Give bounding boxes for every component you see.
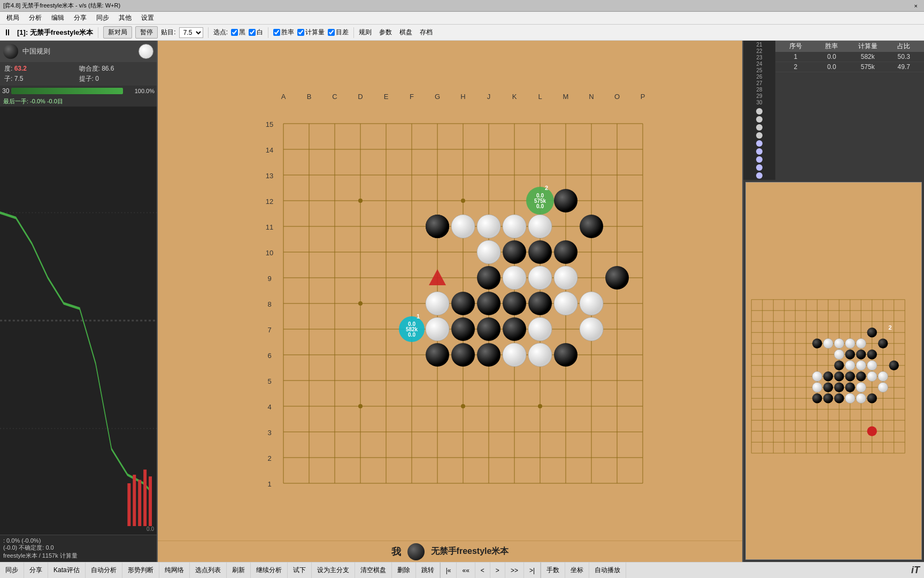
- nav-prev10[interactable]: ««: [457, 562, 475, 578]
- scroll-dot-1[interactable]: [756, 108, 763, 115]
- menu-analysis[interactable]: 分析: [25, 12, 46, 24]
- go-board[interactable]: A B C D E F G H J K L M N O P 15 14 13 1…: [247, 87, 653, 494]
- svg-point-147: [823, 371, 833, 381]
- move-count-button[interactable]: 手数: [541, 562, 565, 578]
- scroll-dot-9[interactable]: [756, 172, 763, 179]
- winrate-check[interactable]: 胜率: [273, 28, 294, 37]
- svg-point-64: [451, 343, 475, 367]
- menu-edit[interactable]: 编辑: [47, 12, 68, 24]
- nav-next10[interactable]: >>: [505, 562, 524, 578]
- komi-select[interactable]: 7.5: [179, 27, 203, 38]
- player-bottom-row: 我 无禁手freestyle米本: [158, 541, 742, 562]
- pause-button[interactable]: 暂停: [135, 26, 158, 39]
- svg-point-79: [426, 317, 449, 341]
- new-game-button[interactable]: 新对局: [103, 26, 132, 39]
- sync-button[interactable]: 同步: [0, 562, 24, 578]
- clear-board-button[interactable]: 清空棋盘: [355, 562, 392, 578]
- me-label: 我: [391, 545, 401, 558]
- scroll-dot-6[interactable]: [756, 148, 763, 155]
- ratio-2: 49.7: [886, 63, 922, 71]
- menu-other[interactable]: 其他: [114, 12, 136, 24]
- svg-point-78: [580, 292, 603, 315]
- svg-point-47: [461, 404, 465, 408]
- menu-share[interactable]: 分享: [70, 12, 91, 24]
- nav-next[interactable]: >: [490, 562, 505, 578]
- shape-button[interactable]: 形势判断: [122, 562, 159, 578]
- captures-val: 0: [95, 75, 99, 82]
- scroll-dot-7[interactable]: [756, 156, 763, 163]
- svg-point-58: [503, 292, 526, 315]
- scroll-dot-4[interactable]: [756, 132, 763, 139]
- scroll-dot-5[interactable]: [756, 140, 763, 147]
- refresh-button[interactable]: 刷新: [227, 562, 251, 578]
- svg-point-148: [834, 371, 844, 381]
- svg-point-80: [528, 317, 552, 341]
- menu-settings[interactable]: 设置: [137, 12, 158, 24]
- pause-icon[interactable]: ⏸: [3, 28, 12, 37]
- svg-point-173: [856, 393, 866, 403]
- svg-point-66: [554, 343, 578, 367]
- left-panel: 中国规则 度: 63.2 吻合度: 86.6 子: 7.5 提子: 0 30 1…: [0, 41, 158, 562]
- svg-point-54: [477, 266, 500, 290]
- score-check[interactable]: 目差: [328, 28, 349, 37]
- row-3: 3: [267, 429, 271, 437]
- col-A: A: [281, 93, 286, 101]
- last-move-status: 最后一手: -0.0% -0.0目: [0, 96, 157, 107]
- score-row-2[interactable]: 2 0.0 575k 49.7: [775, 62, 924, 72]
- header-seq: 序号: [777, 42, 814, 51]
- nav-prev[interactable]: <: [475, 562, 490, 578]
- titlebar-title: [弈4.8] 无禁手freestyle米本 - v/s (结果: W+R): [3, 2, 120, 10]
- progress-bar-container: 30 100.0%: [0, 86, 157, 96]
- menu-game[interactable]: 棋局: [2, 12, 24, 24]
- scroll-dot-8[interactable]: [756, 164, 763, 171]
- scroll-panel: 21 22 23 24 25 26 27 28 29 30: [743, 41, 775, 180]
- calc-check[interactable]: 计算量: [297, 28, 325, 37]
- white-check[interactable]: 白: [249, 28, 263, 37]
- row-15: 15: [265, 120, 273, 128]
- nav-first[interactable]: |«: [441, 562, 457, 578]
- svg-point-70: [503, 215, 526, 238]
- svg-rect-6: [143, 469, 147, 526]
- svg-point-62: [503, 317, 526, 341]
- coords-button[interactable]: 坐标: [565, 562, 589, 578]
- share-button[interactable]: 分享: [24, 562, 48, 578]
- nav-last[interactable]: >|: [524, 562, 541, 578]
- col-M: M: [563, 93, 568, 101]
- svg-point-165: [856, 361, 866, 370]
- black-check[interactable]: 黑: [231, 28, 245, 37]
- svg-point-171: [856, 383, 866, 392]
- delete-button[interactable]: 删除: [392, 562, 416, 578]
- svg-point-73: [503, 266, 526, 290]
- row-7: 7: [267, 326, 271, 334]
- titlebar-close[interactable]: ×: [911, 3, 921, 9]
- scroll-dot-2[interactable]: [756, 116, 763, 123]
- svg-point-146: [867, 349, 877, 359]
- svg-point-151: [823, 383, 833, 392]
- player-info: 中国规则: [0, 41, 157, 62]
- scroll-label: 21: [756, 42, 762, 48]
- svg-point-75: [554, 266, 578, 290]
- row-6: 6: [267, 352, 271, 360]
- select-list-button[interactable]: 选点列表: [190, 562, 227, 578]
- white-stone-indicator: [138, 44, 153, 59]
- svg-point-61: [477, 317, 500, 341]
- svg-point-162: [856, 339, 866, 348]
- statusbar: 同步 分享 Kata评估 自动分析 形势判断 纯网络 选点列表 刷新 继续分析 …: [0, 562, 924, 578]
- test-button[interactable]: 试下: [288, 562, 312, 578]
- menu-sync[interactable]: 同步: [92, 12, 113, 24]
- col-H: H: [460, 93, 465, 101]
- kata-eval-button[interactable]: Kata评估: [48, 562, 86, 578]
- auto-analysis-button[interactable]: 自动分析: [86, 562, 122, 578]
- set-main-branch-button[interactable]: 设为主分支: [312, 562, 355, 578]
- toolbar-sep2: [208, 27, 209, 38]
- jump-button[interactable]: 跳转: [416, 562, 440, 578]
- scroll-label5: 25: [756, 67, 762, 73]
- menubar: 棋局 分析 编辑 分享 同步 其他 设置: [0, 12, 924, 25]
- board-container[interactable]: A B C D E F G H J K L M N O P 15 14 13 1…: [158, 41, 742, 541]
- scroll-dot-3[interactable]: [756, 124, 763, 131]
- auto-play-button[interactable]: 自动播放: [589, 562, 626, 578]
- continue-analysis-button[interactable]: 继续分析: [251, 562, 288, 578]
- svg-point-76: [426, 292, 449, 315]
- network-button[interactable]: 纯网络: [159, 562, 190, 578]
- score-row-1[interactable]: 1 0.0 582k 50.3: [775, 52, 924, 62]
